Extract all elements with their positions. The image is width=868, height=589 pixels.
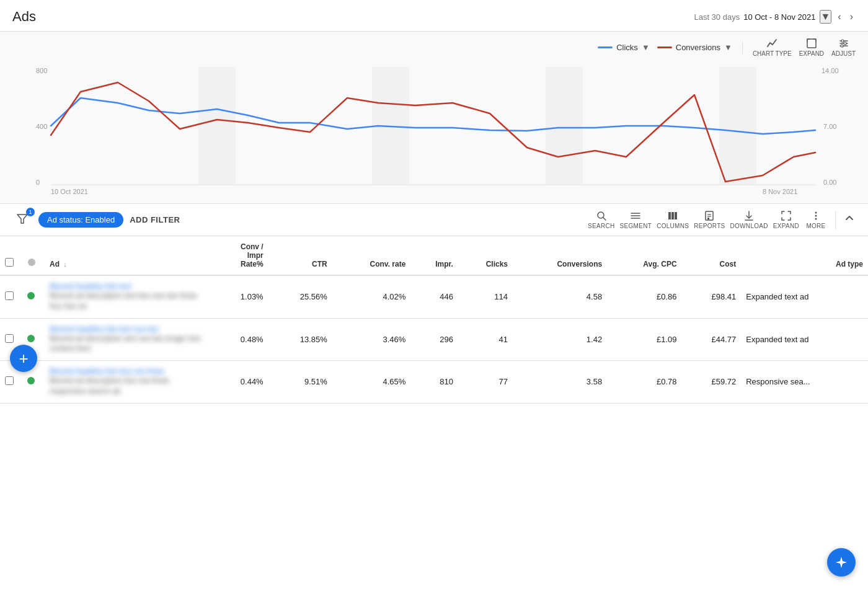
col-conv-rate-header[interactable]: Conv. rate: [332, 236, 411, 275]
row2-avg-cpc: £1.09: [607, 318, 681, 361]
clicks-line-icon: [598, 46, 613, 48]
row2-ad-cell: Blurred headline link text row two Blurr…: [45, 318, 212, 361]
row2-ad-type: Expanded text ad: [741, 318, 868, 361]
row1-checkbox-cell[interactable]: [0, 275, 22, 318]
row3-impr: 810: [410, 361, 458, 404]
status-header-icon: [27, 258, 36, 267]
row1-ad-text: Blurred ad description text line one two…: [50, 291, 207, 312]
sort-arrow: ↓: [63, 260, 67, 268]
expand-btn[interactable]: EXPAND: [773, 210, 799, 229]
legend-separator: [742, 42, 743, 54]
col-ad-type-header[interactable]: Ad type: [741, 236, 868, 275]
select-all-checkbox[interactable]: [5, 258, 14, 267]
row3-clicks: 77: [458, 361, 513, 404]
filter-bar: 1 Ad status: Enabled ADD FILTER SEARCH S…: [0, 204, 868, 236]
conversions-dropdown-icon[interactable]: ▼: [724, 43, 732, 52]
svg-point-24: [815, 215, 817, 217]
row1-cost: £98.41: [682, 275, 742, 318]
chart-type-btn[interactable]: CHART TYPE: [753, 38, 792, 57]
page-title: Ads: [12, 9, 36, 25]
ai-fab[interactable]: [827, 548, 856, 577]
col-ad-label: Ad: [50, 260, 60, 268]
col-conversions-header[interactable]: Conversions: [513, 236, 607, 275]
row3-avg-cpc: £0.78: [607, 361, 681, 404]
active-filter-chip[interactable]: Ad status: Enabled: [38, 212, 123, 228]
row2-status-dot: [27, 335, 35, 342]
add-fab[interactable]: +: [10, 345, 37, 372]
svg-marker-27: [836, 557, 847, 568]
row3-ad-cell: Blurred headline link text row three Blu…: [45, 361, 212, 404]
clicks-label: Clicks: [616, 43, 638, 52]
row3-checkbox[interactable]: [5, 376, 14, 385]
svg-rect-15: [671, 212, 674, 219]
date-next-btn[interactable]: ›: [848, 9, 856, 25]
col-clicks-header[interactable]: Clicks: [458, 236, 513, 275]
row3-conv-impr: 0.44%: [212, 361, 268, 404]
row2-ad-link: Blurred headline link text row two: [50, 325, 207, 334]
reports-icon: [704, 210, 715, 221]
col-ctr-header[interactable]: CTR: [268, 236, 332, 275]
clicks-dropdown-icon[interactable]: ▼: [642, 43, 650, 52]
row1-ad-link: Blurred headline link text: [50, 282, 207, 291]
chart-adjust-label: ADJUST: [831, 50, 856, 57]
search-btn[interactable]: SEARCH: [588, 210, 614, 229]
row3-conv-rate: 4.65%: [332, 361, 411, 404]
date-prev-btn[interactable]: ‹: [835, 9, 843, 25]
svg-rect-0: [807, 39, 816, 48]
columns-icon: [667, 210, 678, 221]
chart-adjust-btn[interactable]: ADJUST: [831, 38, 856, 57]
col-conv-impr-header[interactable]: Conv /ImprRate%: [212, 236, 268, 275]
band-4: [719, 67, 756, 185]
columns-btn[interactable]: COLUMNS: [657, 210, 689, 229]
y-label-7: 7.00: [823, 123, 836, 130]
download-btn[interactable]: DOWNLOAD: [730, 210, 768, 229]
row3-cost: £59.72: [682, 361, 742, 404]
chart-expand-btn[interactable]: EXPAND: [799, 38, 824, 57]
header-row: Ad ↓ Conv /ImprRate% CTR Conv. rate Impr…: [0, 236, 868, 275]
chart-adjust-icon: [838, 38, 849, 49]
toolbar-separator: [835, 211, 836, 229]
row2-checkbox[interactable]: [5, 334, 14, 343]
reports-btn[interactable]: REPORTS: [694, 210, 725, 229]
col-avg-cpc-header[interactable]: Avg. CPC: [607, 236, 681, 275]
col-cost-header[interactable]: Cost: [682, 236, 742, 275]
filter-badge: 1: [26, 208, 35, 216]
expand-icon: [781, 210, 792, 221]
table-body: Blurred headline link text Blurred ad de…: [0, 275, 868, 403]
svg-rect-16: [675, 212, 677, 219]
chart-wrapper: 800 400 0 14.00 7.00 0.00 10 Oct 2021 8 …: [12, 61, 856, 197]
row3-ad-link: Blurred headline link text row three: [50, 367, 207, 376]
row3-ctr: 9.51%: [268, 361, 332, 404]
row1-ad-type: Expanded text ad: [741, 275, 868, 318]
more-btn[interactable]: MORE: [804, 210, 828, 229]
x-label-start: 10 Oct 2021: [51, 188, 88, 195]
segment-btn[interactable]: SEGMENT: [620, 210, 652, 229]
row1-ctr: 25.56%: [268, 275, 332, 318]
col-impr-header[interactable]: Impr.: [410, 236, 458, 275]
chart-svg: 800 400 0 14.00 7.00 0.00 10 Oct 2021 8 …: [12, 61, 856, 197]
collapse-btn[interactable]: [843, 212, 856, 228]
y-label-800: 800: [36, 67, 47, 74]
collapse-icon: [843, 212, 856, 224]
row1-status-cell: [22, 275, 45, 318]
row1-ad-cell: Blurred headline link text Blurred ad de…: [45, 275, 212, 318]
conversions-line: [51, 82, 815, 182]
svg-point-5: [844, 42, 846, 45]
conversions-label: Conversions: [676, 43, 720, 52]
date-range-dropdown[interactable]: ▼: [820, 10, 832, 24]
row1-checkbox[interactable]: [5, 291, 14, 300]
reports-label: REPORTS: [694, 223, 725, 229]
y-label-14: 14.00: [822, 67, 839, 74]
legend-clicks[interactable]: Clicks ▼: [598, 43, 650, 52]
filter-icon-btn[interactable]: 1: [12, 210, 32, 229]
legend-conversions[interactable]: Conversions ▼: [657, 43, 732, 52]
chart-type-label: CHART TYPE: [753, 50, 792, 57]
row1-conv-impr: 1.03%: [212, 275, 268, 318]
col-ad-header[interactable]: Ad ↓: [45, 236, 212, 275]
ai-icon: [835, 556, 848, 569]
add-filter-btn[interactable]: ADD FILTER: [130, 215, 180, 224]
chart-expand-icon: [806, 38, 817, 49]
band-1: [198, 67, 236, 185]
segment-label: SEGMENT: [620, 223, 652, 229]
row3-conversions: 3.58: [513, 361, 607, 404]
